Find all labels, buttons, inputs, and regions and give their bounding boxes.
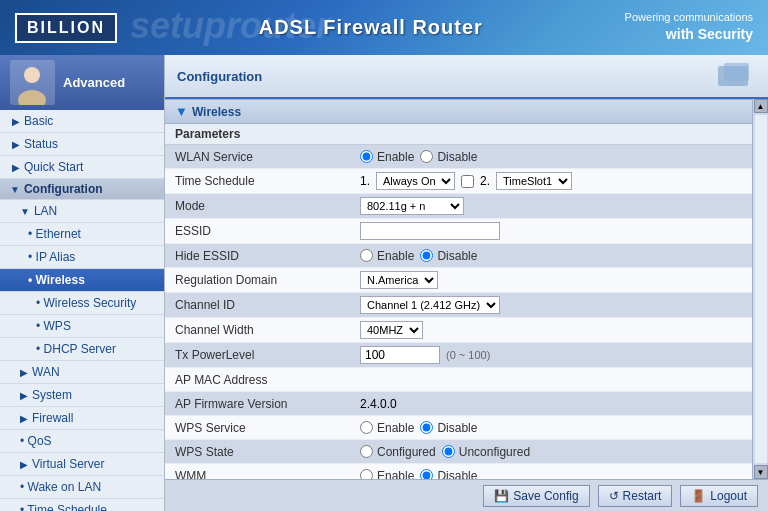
channel-id-select[interactable]: Channel 1 (2.412 GHz) Channel 2 Channel … [360,296,500,314]
breadcrumb: Configuration [177,69,262,84]
main-layout: Advanced ▶Basic ▶Status ▶Quick Start ▼Co… [0,55,768,511]
sidebar-item-system[interactable]: ▶System [0,384,164,407]
save-config-button[interactable]: 💾 Save Config [483,485,589,507]
sidebar-item-wakeonlan[interactable]: • Wake on LAN [0,476,164,499]
ap-mac-address-label: AP MAC Address [175,373,360,387]
wps-enable-radio[interactable]: Enable [360,421,414,435]
essid-row: ESSID [165,219,752,244]
wps-disable-radio[interactable]: Disable [420,421,477,435]
sidebar-item-wps[interactable]: • WPS [0,315,164,338]
header-tagline: Powering communications with Security [625,10,753,45]
ap-firmware-row: AP Firmware Version 2.4.0.0 [165,392,752,416]
sidebar-item-lan[interactable]: ▼LAN [0,200,164,223]
channel-id-label: Channel ID [175,298,360,312]
channel-width-control: 20MHZ 40MHZ [360,321,423,339]
regulation-domain-control: N.America Europe Japan Asia [360,271,438,289]
scroll-up-btn[interactable]: ▲ [754,99,768,113]
sidebar-item-quickstart[interactable]: ▶Quick Start [0,156,164,179]
regulation-domain-select[interactable]: N.America Europe Japan Asia [360,271,438,289]
channel-width-select[interactable]: 20MHZ 40MHZ [360,321,423,339]
timeslot1-select[interactable]: Always On TimeSlot1 TimeSlot2 TimeSlot3 [376,172,455,190]
content-area: ▼ Wireless Parameters WLAN Service Enabl… [165,99,768,479]
sidebar-item-dhcpserver[interactable]: • DHCP Server [0,338,164,361]
wmm-disable-radio[interactable]: Disable [420,469,477,480]
time-schedule-control: 1. Always On TimeSlot1 TimeSlot2 TimeSlo… [360,172,572,190]
wmm-row: WMM Enable Disable [165,464,752,479]
user-avatar-icon [10,60,55,105]
essid-control [360,222,500,240]
tx-powerlevel-hint: (0 ~ 100) [446,349,490,361]
wps-configured-input[interactable] [360,445,373,458]
wmm-enable-input[interactable] [360,469,373,479]
sidebar-advanced-header: Advanced [0,55,164,110]
wireless-section-header: ▼ Wireless [165,99,752,124]
wps-service-label: WPS Service [175,421,360,435]
sidebar-item-wirelesssecurity[interactable]: • Wireless Security [0,292,164,315]
hide-essid-disable-radio[interactable]: Disable [420,249,477,263]
timeslot-checkbox[interactable] [461,175,474,188]
wps-configured-radio[interactable]: Configured [360,445,436,459]
content-header: Configuration [165,55,768,99]
sidebar-item-qos[interactable]: • QoS [0,430,164,453]
scrollbar[interactable]: ▲ ▼ [752,99,768,479]
timeslot2-select[interactable]: TimeSlot1 TimeSlot2 TimeSlot3 [496,172,572,190]
sidebar-item-basic[interactable]: ▶Basic [0,110,164,133]
tx-powerlevel-input[interactable] [360,346,440,364]
save-icon: 💾 [494,489,509,503]
logout-button[interactable]: 🚪 Logout [680,485,758,507]
header: BILLION setuprouter ADSL Firewall Router… [0,0,768,55]
sidebar-item-ethernet[interactable]: • Ethernet [0,223,164,246]
wps-service-row: WPS Service Enable Disable [165,416,752,440]
wps-unconfigured-input[interactable] [442,445,455,458]
sidebar-item-virtualserver[interactable]: ▶Virtual Server [0,453,164,476]
restart-button[interactable]: ↺ Restart [598,485,673,507]
channel-id-row: Channel ID Channel 1 (2.412 GHz) Channel… [165,293,752,318]
restart-icon: ↺ [609,489,619,503]
wlan-service-row: WLAN Service Enable Disable [165,145,752,169]
essid-input[interactable] [360,222,500,240]
wlan-service-label: WLAN Service [175,150,360,164]
tx-powerlevel-row: Tx PowerLevel (0 ~ 100) [165,343,752,368]
sidebar-item-firewall[interactable]: ▶Firewall [0,407,164,430]
wmm-label: WMM [175,469,360,480]
hide-essid-enable-input[interactable] [360,249,373,262]
wmm-enable-radio[interactable]: Enable [360,469,414,480]
tx-powerlevel-label: Tx PowerLevel [175,348,360,362]
wlan-disable-input[interactable] [420,150,433,163]
hide-essid-row: Hide ESSID Enable Disable [165,244,752,268]
wps-state-control: Configured Unconfigured [360,445,530,459]
wlan-enable-input[interactable] [360,150,373,163]
sidebar-item-timeschedule[interactable]: • Time Schedule [0,499,164,511]
sidebar-item-status[interactable]: ▶Status [0,133,164,156]
mode-label: Mode [175,199,360,213]
slot1-prefix: 1. [360,174,370,188]
logo: BILLION [15,13,117,43]
wlan-disable-radio[interactable]: Disable [420,150,477,164]
scroll-down-btn[interactable]: ▼ [754,465,768,479]
sidebar-item-configuration[interactable]: ▼Configuration [0,179,164,200]
sidebar-item-wan[interactable]: ▶WAN [0,361,164,384]
hide-essid-enable-radio[interactable]: Enable [360,249,414,263]
wps-state-label: WPS State [175,445,360,459]
mode-select[interactable]: 802.11b 802.11g 802.11n 802.11g + n 802.… [360,197,464,215]
wmm-control: Enable Disable [360,469,477,480]
wps-service-control: Enable Disable [360,421,477,435]
ap-mac-address-row: AP MAC Address [165,368,752,392]
page-title: ADSL Firewall Router [117,16,625,39]
sidebar-item-ipalias[interactable]: • IP Alias [0,246,164,269]
wps-disable-input[interactable] [420,421,433,434]
wps-enable-input[interactable] [360,421,373,434]
wps-unconfigured-radio[interactable]: Unconfigured [442,445,530,459]
svg-rect-3 [724,63,749,81]
mode-row: Mode 802.11b 802.11g 802.11n 802.11g + n… [165,194,752,219]
svg-point-0 [24,67,40,83]
wlan-enable-radio[interactable]: Enable [360,150,414,164]
sidebar-item-wireless[interactable]: • Wireless [0,269,164,292]
tx-powerlevel-control: (0 ~ 100) [360,346,490,364]
ap-firmware-label: AP Firmware Version [175,397,360,411]
wlan-service-control: Enable Disable [360,150,477,164]
hide-essid-disable-input[interactable] [420,249,433,262]
footer: 💾 Save Config ↺ Restart 🚪 Logout [165,479,768,511]
channel-id-control: Channel 1 (2.412 GHz) Channel 2 Channel … [360,296,500,314]
wmm-disable-input[interactable] [420,469,433,479]
